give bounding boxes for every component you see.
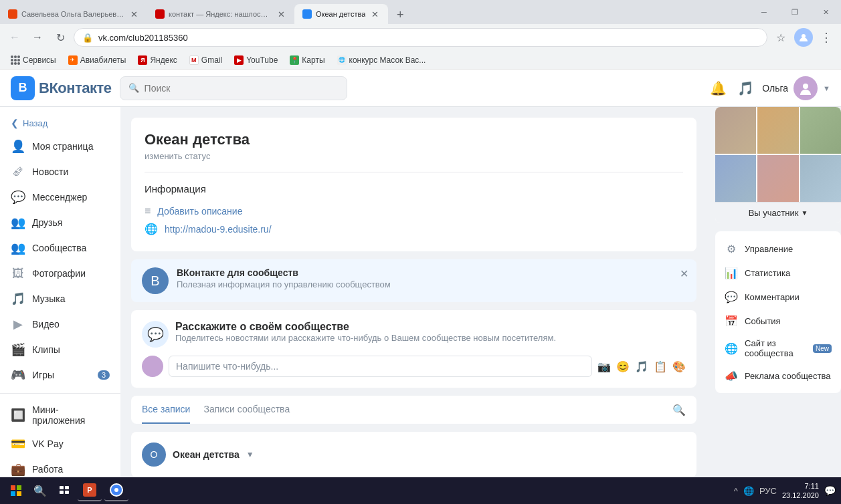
group-status[interactable]: изменить статус <box>145 151 683 161</box>
music-attach-icon[interactable]: 🎵 <box>635 360 648 373</box>
write-actions: 📷 😊 🎵 📋 🎨 <box>597 360 686 373</box>
share-text: Поделитесь новостями или расскажите что-… <box>175 333 556 343</box>
globe-icon: 🌐 <box>145 223 158 235</box>
photo-2[interactable] <box>757 107 798 154</box>
tab-2-close[interactable]: ✕ <box>276 9 286 19</box>
photo-4[interactable] <box>715 155 756 202</box>
user-dropdown-icon: ▼ <box>823 84 830 92</box>
list-icon[interactable]: 📋 <box>654 360 667 373</box>
back-nav-button[interactable]: ← <box>5 28 24 47</box>
bookmark-konkurs[interactable]: 🌐 конкурс Масок Вас... <box>332 54 432 66</box>
search-input[interactable] <box>145 83 339 94</box>
sidebar-item-photos[interactable]: 🖼 Фотографии <box>0 261 120 286</box>
taskbar-app-powerpoint[interactable]: P <box>78 480 102 501</box>
back-button[interactable]: ❮ Назад <box>0 112 120 134</box>
vk-search-box[interactable]: 🔍 <box>120 76 347 100</box>
address-box[interactable]: 🔒 vk.com/club201185360 <box>74 28 767 47</box>
tab-all-posts[interactable]: Все записи <box>142 396 190 424</box>
bookmark-maps[interactable]: 📍 Карты <box>284 54 330 66</box>
camera-icon[interactable]: 📷 <box>597 360 611 373</box>
tab-2[interactable]: контакт — Яндекс: нашлось 34 ✕ <box>147 4 294 24</box>
sidebar-item-mypage[interactable]: 👤 Моя страница <box>0 134 120 159</box>
lang-label[interactable]: РУС <box>759 486 777 496</box>
join-group-button[interactable]: Вы участник ▼ <box>715 202 841 223</box>
bookmark-avia[interactable]: ✈ Авиабилеты <box>63 54 132 66</box>
action-management[interactable]: ⚙ Управление <box>715 237 841 261</box>
sidebar-item-miniapps[interactable]: 🔲 Мини-приложения <box>0 399 120 431</box>
sidebar-item-vkpay[interactable]: 💳 VK Pay <box>0 431 120 457</box>
sidebar-mypage-label: Моя страница <box>32 141 93 152</box>
tab-3[interactable]: Океан детства ✕ <box>294 4 388 24</box>
share-icon: 💬 <box>142 321 169 348</box>
color-icon[interactable]: 🎨 <box>672 360 686 373</box>
write-box[interactable]: Напишите что-нибудь... <box>169 356 592 377</box>
bookmark-youtube[interactable]: ▶ YouTube <box>229 54 283 66</box>
photo-5[interactable] <box>757 155 798 202</box>
sidebar-miniapps-label: Мини-приложения <box>32 404 110 426</box>
profile-icon-button[interactable] <box>794 28 813 47</box>
website-link[interactable]: http://madou-9.edusite.ru/ <box>165 224 272 235</box>
action-events[interactable]: 📅 События <box>715 309 841 333</box>
music-icon[interactable]: 🎵 <box>737 80 754 96</box>
close-button[interactable]: ✕ <box>810 0 841 24</box>
post-author-name[interactable]: Океан детства <box>173 449 240 460</box>
notification-bell[interactable]: 💬 <box>824 485 836 496</box>
tab-community-posts[interactable]: Записи сообщества <box>203 396 290 424</box>
vkpay-icon: 💳 <box>11 436 25 451</box>
share-community-card: 💬 Расскажите о своём сообществе Поделите… <box>131 310 696 388</box>
browser-menu-button[interactable]: ⋮ <box>817 28 836 47</box>
website-item[interactable]: 🌐 http://madou-9.edusite.ru/ <box>145 220 683 238</box>
action-site[interactable]: 🌐 Сайт из сообщества New <box>715 333 841 364</box>
sidebar-item-games[interactable]: 🎮 Игры 3 <box>0 362 120 388</box>
photo-1[interactable] <box>715 107 756 154</box>
search-taskbar-button[interactable]: 🔍 <box>29 480 51 501</box>
tray-arrow-icon[interactable]: ^ <box>734 486 738 496</box>
start-button[interactable] <box>5 480 27 501</box>
bookmark-services[interactable]: Сервисы <box>5 54 62 66</box>
emoji-icon[interactable]: 😊 <box>616 360 630 373</box>
sidebar-item-clips[interactable]: 🎬 Клипы <box>0 337 120 362</box>
tab-3-close[interactable]: ✕ <box>369 9 380 19</box>
left-sidebar: ❮ Назад 👤 Моя страница 🗞 Новости 💬 Мессе… <box>0 107 120 503</box>
posts-search-icon[interactable]: 🔍 <box>672 404 686 416</box>
sidebar-item-video[interactable]: ▶ Видео <box>0 311 120 337</box>
games-icon: 🎮 <box>11 368 25 382</box>
task-view-button[interactable] <box>54 480 75 501</box>
bookmark-star-button[interactable]: ☆ <box>771 28 790 47</box>
minimize-button[interactable]: ─ <box>749 0 779 24</box>
sidebar-item-music[interactable]: 🎵 Музыка <box>0 286 120 311</box>
sidebar-item-messenger[interactable]: 💬 Мессенджер <box>0 184 120 210</box>
photo-6[interactable] <box>800 155 841 202</box>
clock-date: 23.12.2020 <box>782 491 819 500</box>
system-clock[interactable]: 7:11 23.12.2020 <box>782 481 819 501</box>
bookmark-yandex[interactable]: Я Яндекс <box>132 54 182 66</box>
add-description-link[interactable]: Добавить описание <box>157 206 242 217</box>
svg-rect-5 <box>17 491 21 496</box>
tab-1-close[interactable]: ✕ <box>128 9 139 19</box>
network-icon[interactable]: 🌐 <box>743 486 754 496</box>
maximize-button[interactable]: ❐ <box>779 0 810 24</box>
banner-close-button[interactable]: ✕ <box>680 267 688 280</box>
sidebar-item-communities[interactable]: 👥 Сообщества <box>0 235 120 261</box>
action-statistics[interactable]: 📊 Статистика <box>715 261 841 285</box>
action-comments[interactable]: 💬 Комментарии <box>715 285 841 309</box>
posts-tabs: Все записи Записи сообщества 🔍 <box>131 396 696 424</box>
taskbar-app-chrome[interactable] <box>104 480 128 501</box>
vk-user-menu[interactable]: Ольга ▼ <box>762 76 830 100</box>
add-description-item[interactable]: ≡ Добавить описание <box>145 203 683 220</box>
post-header: О Океан детства ▼ <box>142 443 686 467</box>
forward-nav-button[interactable]: → <box>28 28 47 47</box>
notifications-icon[interactable]: 🔔 <box>710 80 727 96</box>
action-ads[interactable]: 📣 Реклама сообщества <box>715 364 841 388</box>
vk-logo[interactable]: В ВКонтакте <box>11 76 112 100</box>
photo-3[interactable] <box>800 107 841 154</box>
action-ads-label: Реклама сообщества <box>745 371 831 381</box>
avia-favicon: ✈ <box>68 55 78 65</box>
post-expand-icon[interactable]: ▼ <box>246 450 254 459</box>
new-tab-button[interactable]: + <box>391 5 409 24</box>
bookmark-gmail[interactable]: M Gmail <box>184 54 227 66</box>
tab-1[interactable]: Савельева Ольга Валерьевна, с... ✕ <box>0 4 147 24</box>
sidebar-item-news[interactable]: 🗞 Новости <box>0 159 120 184</box>
reload-button[interactable]: ↻ <box>51 28 70 47</box>
sidebar-item-friends[interactable]: 👥 Друзья <box>0 210 120 235</box>
